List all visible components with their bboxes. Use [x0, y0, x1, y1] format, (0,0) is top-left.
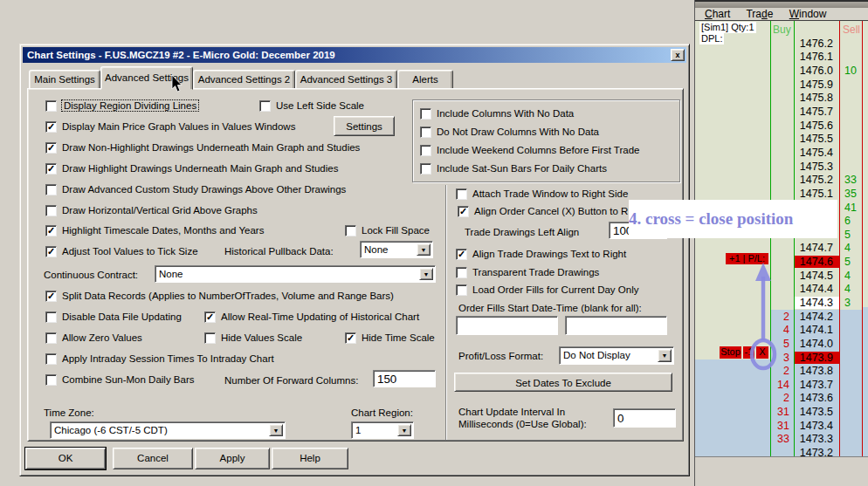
dom-price-row[interactable]: 1475.7 — [770, 105, 862, 119]
dom-price-row[interactable]: 33 1473.3 — [770, 433, 862, 447]
price-cell[interactable]: 1475.3 — [794, 161, 839, 173]
ask-size-cell[interactable]: 35 — [839, 188, 862, 200]
ok-button[interactable]: OK — [25, 448, 106, 469]
menu-item[interactable]: Trade — [746, 8, 773, 20]
checkbox-box[interactable] — [45, 184, 57, 195]
chevron-down-icon[interactable]: ▼ — [397, 424, 411, 436]
checkbox-lock-fill-space[interactable]: Lock Fill Space — [345, 224, 430, 236]
price-cell[interactable]: 1473.3 — [794, 433, 839, 445]
continuous-contract-dropdown[interactable]: None ▼ — [155, 265, 436, 283]
historical-pullback-dropdown[interactable]: None ▼ — [360, 241, 433, 258]
ask-size-cell[interactable]: 33 — [839, 174, 862, 186]
checkbox-box[interactable] — [345, 225, 356, 236]
price-cell[interactable]: 1473.6 — [794, 392, 839, 404]
tab-advanced-settings-2[interactable]: Advanced Settings 2 — [193, 70, 295, 89]
dom-price-row[interactable]: 1475.6 — [770, 119, 862, 133]
bid-size-cell[interactable]: 2 — [770, 392, 794, 404]
checkbox-box[interactable]: ✓ — [45, 163, 57, 175]
menu-item[interactable]: Chart — [705, 8, 730, 20]
bid-size-cell[interactable]: 31 — [770, 420, 794, 432]
forward-columns-input[interactable] — [373, 370, 436, 387]
checkbox-transparent-trade-drawings[interactable]: Transparent Trade Drawings — [456, 266, 599, 278]
checkbox-box[interactable] — [45, 332, 57, 344]
checkbox-box[interactable]: ✓ — [456, 249, 467, 260]
checkbox-apply-intraday-session[interactable]: Apply Intraday Session Times To Intraday… — [45, 353, 274, 365]
checkbox-use-left-side-scale[interactable]: Use Left Side Scale — [259, 99, 364, 112]
checkbox-draw-advanced-custom[interactable]: Draw Advanced Custom Study Drawings Abov… — [45, 183, 346, 195]
checkbox-box[interactable] — [420, 127, 431, 138]
checkbox-include-columns-no-data[interactable]: Include Columns With No Data — [420, 107, 574, 120]
checkbox-box[interactable]: ✓ — [458, 206, 469, 217]
checkbox-include-sat-sun-bars[interactable]: Include Sat-Sun Bars For Daily Charts — [420, 162, 607, 175]
price-cell[interactable]: 1475.4 — [794, 147, 839, 159]
tab-main-settings[interactable]: Main Settings — [29, 70, 100, 89]
checkbox-box[interactable] — [456, 188, 467, 200]
dom-price-row[interactable]: 1476.0 10 — [770, 64, 862, 78]
chart-region-dropdown[interactable]: 1 ▼ — [351, 421, 414, 439]
checkbox-align-trade-drawings-text[interactable]: ✓ Align Trade Drawings Text to Right — [456, 248, 626, 260]
checkbox-box[interactable]: ✓ — [345, 332, 356, 344]
dialog-title-bar[interactable]: Chart Settings - F.US.MGCZ19 #2 - E-Micr… — [23, 47, 686, 63]
ask-size-cell[interactable]: 4 — [839, 242, 862, 254]
checkbox-box[interactable] — [420, 145, 431, 156]
chevron-down-icon[interactable]: ▼ — [419, 268, 433, 280]
set-dates-to-exclude-button[interactable]: Set Dates To Exclude — [454, 373, 672, 392]
checkbox-box[interactable]: ✓ — [45, 291, 57, 302]
price-cell[interactable]: 1475.2 — [794, 174, 839, 186]
settings-button[interactable]: Settings — [334, 116, 395, 136]
checkbox-box[interactable] — [45, 205, 57, 216]
checkbox-draw-grid-above[interactable]: Draw Horizontal/Vertical Grid Above Grap… — [45, 204, 258, 216]
time-zone-dropdown[interactable]: Chicago (-6 CST/-5 CDT) ▼ — [50, 421, 286, 439]
order-fills-time-input[interactable] — [565, 316, 667, 335]
checkbox-disable-data-file[interactable]: Disable Data File Updating — [45, 311, 182, 323]
checkbox-box[interactable]: ✓ — [45, 121, 57, 133]
tab-advanced-settings-3[interactable]: Advanced Settings 3 — [295, 70, 397, 89]
dom-price-row[interactable]: 1475.8 — [770, 92, 862, 106]
checkbox-box[interactable] — [420, 108, 431, 120]
price-cell[interactable]: 1476.1 — [794, 51, 839, 63]
chevron-down-icon[interactable]: ▼ — [658, 349, 672, 362]
checkbox-align-order-cancel[interactable]: ✓ Align Order Cancel (X) Button to R — [458, 205, 628, 217]
checkbox-split-data-records[interactable]: ✓ Split Data Records (Applies to NumberO… — [45, 290, 394, 302]
tab-alerts[interactable]: Alerts — [397, 70, 453, 89]
checkbox-box[interactable] — [45, 100, 57, 112]
price-cell[interactable]: 1475.8 — [794, 92, 839, 104]
price-cell[interactable]: 1475.7 — [794, 106, 839, 118]
checkbox-box[interactable]: ✓ — [45, 246, 57, 257]
bid-size-cell[interactable]: 31 — [770, 406, 794, 418]
checkbox-box[interactable] — [420, 163, 431, 175]
checkbox-box[interactable] — [204, 332, 216, 344]
profit-loss-format-dropdown[interactable]: Do Not Display ▼ — [559, 346, 674, 365]
checkbox-include-weekend-columns[interactable]: Include Weekend Columns Before First Tra… — [420, 144, 639, 156]
dom-price-row[interactable]: 1475.1 35 — [770, 187, 862, 201]
cancel-button[interactable]: Cancel — [113, 448, 193, 469]
help-button[interactable]: Help — [272, 448, 348, 469]
checkbox-allow-zero-values[interactable]: Allow Zero Values — [45, 332, 142, 344]
checkbox-box[interactable] — [45, 353, 57, 365]
ask-size-cell[interactable]: 6 — [839, 215, 862, 227]
price-cell[interactable]: 1476.2 — [794, 38, 839, 50]
dom-price-row[interactable]: 1475.3 — [770, 160, 862, 174]
ask-size-cell[interactable]: 5 — [839, 229, 862, 241]
price-cell[interactable]: 1475.1 — [794, 188, 839, 200]
chart-update-interval-input[interactable] — [613, 408, 676, 428]
dom-price-row[interactable]: 1476.2 — [770, 37, 862, 51]
dom-price-row[interactable]: 1475.5 — [770, 132, 862, 146]
checkbox-adjust-tool-values[interactable]: ✓ Adjust Tool Values to Tick Size — [45, 245, 198, 257]
checkbox-draw-highlight[interactable]: ✓ Draw Highlight Drawings Underneath Mai… — [45, 162, 338, 175]
checkbox-allow-realtime-updating[interactable]: ✓ Allow Real-Time Updating of Historical… — [204, 311, 419, 323]
checkbox-display-main-price-graph-values[interactable]: ✓ Display Main Price Graph Values in Val… — [45, 120, 295, 133]
close-icon[interactable]: x — [671, 49, 685, 61]
checkbox-attach-trade-window[interactable]: Attach Trade Window to Right Side — [456, 188, 628, 200]
checkbox-box[interactable] — [45, 374, 57, 386]
dom-price-row[interactable]: 31 1473.5 — [770, 405, 862, 419]
dom-price-row[interactable]: 31 1473.4 — [770, 419, 862, 433]
checkbox-combine-sun-mon[interactable]: Combine Sun-Mon Daily Bars — [45, 373, 194, 386]
checkbox-box[interactable] — [259, 100, 271, 112]
ask-size-cell[interactable]: 41 — [839, 202, 862, 214]
price-cell[interactable]: 1473.5 — [794, 406, 839, 418]
checkbox-box[interactable]: ✓ — [204, 311, 216, 323]
chevron-down-icon[interactable]: ▼ — [417, 243, 431, 256]
price-cell[interactable]: 1474.7 — [794, 242, 839, 254]
price-cell[interactable]: 1475.5 — [794, 133, 839, 145]
